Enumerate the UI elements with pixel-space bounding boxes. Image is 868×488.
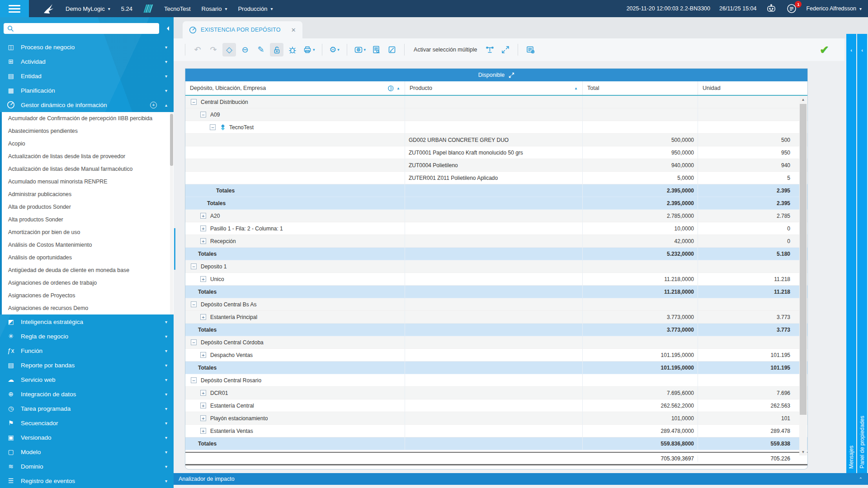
table-row[interactable]: +Estantería Principal3.773,00003.773 [185,311,807,324]
sidebar-item-secuenciador[interactable]: ⚑Secuenciador▾ [0,416,174,430]
expand-toggle-icon[interactable]: + [200,403,206,408]
sidebar-item-inteligencia-estrat-gica[interactable]: ◩Inteligencia estratégica▾ [0,314,174,329]
collapse-toggle-icon[interactable]: − [191,99,197,105]
expand-toggle-icon[interactable]: + [200,390,206,396]
table-row[interactable]: ZUT0004 Polietileno940,0000940 [185,159,807,172]
expand-toggle-icon[interactable]: + [200,238,206,244]
report-list-item[interactable]: Acopio [2,137,174,150]
expand-toggle-icon[interactable]: + [200,225,206,231]
table-row[interactable]: +Recepción42,00000 [185,235,807,248]
tree-collapse-button[interactable] [483,43,496,56]
totals-row[interactable]: Totales11.218,000011.218 [185,286,807,298]
report-list-item[interactable]: Amortización por bien de uso [2,226,174,239]
report-list-item[interactable]: Análisis de Costos Mantenimiento [2,239,174,251]
report-list-item[interactable]: Actualización de listas desde Manual far… [2,163,174,175]
sidebar-item-servicio-web[interactable]: ☁Servicio web▾ [0,372,174,387]
table-row[interactable]: −Central Distribución [185,96,807,108]
table-row[interactable]: +Despacho Ventas101.195,0000101.195 [185,349,807,361]
settings-button[interactable]: ⚙▾ [328,43,341,56]
pin-panel-icon[interactable] [163,25,170,32]
panel-tab-mensajes[interactable]: ‹ Mensajes [846,34,856,473]
distinct-values-icon[interactable] [387,85,394,92]
report-list-item[interactable]: Acumulador de Confirmación de percepción… [2,112,174,125]
report-list-item[interactable]: Alta productos Sonder [2,213,174,226]
environment-selector[interactable]: Producción▾ [238,5,273,12]
collapse-toggle-icon[interactable]: − [210,124,216,130]
sidebar-item-proceso-de-negocio[interactable]: ◫Proceso de negocio▾ [0,40,174,54]
expand-toggle-icon[interactable]: + [200,428,206,434]
totals-row[interactable]: Totales3.773,00003.773 [185,324,807,336]
expand-toggle-icon[interactable]: + [200,352,206,358]
tab-existencia-por-deposito[interactable]: EXISTENCIA POR DEPÓSITO ✕ [183,21,302,38]
report-list-item[interactable]: Análisis de oportunidades [2,251,174,264]
panel-tab-propiedades[interactable]: ‹ Panel de propiedades [857,34,867,473]
sidebar-scrollbar[interactable] [170,112,173,314]
hamburger-menu-button[interactable] [0,0,29,17]
collapse-band-icon[interactable] [509,72,514,78]
table-row[interactable]: −Depósito Central Bs As [185,298,807,311]
totals-row[interactable]: Totales101.195,0000101.195 [185,361,807,374]
report-list-item[interactable]: Alta de productos Sonder [2,201,174,213]
table-row[interactable]: +A202.785,00002.785 [185,210,807,222]
sidebar-resize-handle[interactable] [174,228,175,270]
report-list-item[interactable]: Asignaciones de Proyectos [2,289,174,302]
table-row[interactable]: −Depósito Central Córdoba [185,336,807,349]
user-menu[interactable]: Federico Alfredsson▾ [806,5,862,12]
sidebar-item-gestor-din-mico-de-informaci-n[interactable]: Gestor dinámico de información+▴ [0,98,174,112]
totals-row[interactable]: Totales2.395,00002.395 [185,184,807,197]
table-row[interactable]: ZUT0001 Papel blanco Kraft monolucido 50… [185,146,807,159]
report-view-button[interactable] [369,43,383,56]
assistant-bot-button[interactable] [765,3,777,14]
eraser-button[interactable]: ◇ [222,43,236,56]
confirm-check-icon[interactable]: ✔ [820,43,829,56]
table-row[interactable]: GD002 URBAN CONCRETE GREY DUO500,0000500 [185,134,807,146]
table-row[interactable]: +DCR017.695,60007.696 [185,387,807,399]
table-row[interactable]: +Pasillo 1 - Fila: 2 - Columna: 110,0000… [185,222,807,235]
column-header-producto[interactable]: Producto ▲ [405,81,583,95]
scrollbar-thumb[interactable] [800,104,807,415]
sidebar-item-reporte-por-bandas[interactable]: ▤Reporte por bandas▾ [0,358,174,372]
sidebar-item-funci-n[interactable]: ƒxFunción▾ [0,343,174,358]
report-list-item[interactable]: Administrar publicaciones [2,188,174,201]
table-row[interactable]: −Depósito Central Rosario [185,374,807,387]
sidebar-item-modelo[interactable]: ▢Modelo▾ [0,445,174,459]
table-row[interactable]: +Estantería Ventas289.478,0000289.478 [185,425,807,437]
report-list-item[interactable]: Antigüedad de deuda de cliente en moneda… [2,264,174,277]
messages-notification-button[interactable]: 1 [786,3,797,14]
view-button[interactable]: ▾ [353,43,368,56]
scroll-up-icon[interactable]: ▲ [799,96,807,103]
table-row[interactable]: +Playón estacionamiento101,0000101 [185,412,807,425]
edit-cell-button[interactable] [385,43,399,56]
collapse-toggle-icon[interactable]: − [191,301,197,307]
expand-toggle-icon[interactable]: + [200,314,206,320]
table-row[interactable]: −A09 [185,108,807,121]
sidebar-item-planificaci-n[interactable]: ▦Planificación▾ [0,83,174,98]
column-header-total[interactable]: Total [583,81,698,95]
collapse-toggle-icon[interactable]: − [200,112,206,117]
collapse-toggle-icon[interactable]: − [191,263,197,269]
sidebar-item-actividad[interactable]: ⊞Actividad▾ [0,54,174,69]
collapse-toggle-icon[interactable]: − [191,377,197,383]
report-list-item[interactable]: Abastecimientos pendientes [2,125,174,137]
sidebar-item-regla-de-negocio[interactable]: ✳Regla de negocio▾ [0,329,174,343]
column-header-deposito[interactable]: Depósito, Ubicación, Empresa ▲ [185,81,405,95]
undo-button[interactable]: ↶ [191,43,204,56]
totals-row[interactable]: Totales2.395,00002.395 [185,197,807,210]
collapse-toggle-icon[interactable]: − [191,339,197,345]
redo-button[interactable]: ↷ [207,43,220,56]
table-row[interactable]: ZUTER001 Z011 Polietileno Aplicado5,0000… [185,172,807,184]
table-row[interactable]: +Estantería Central262.562,2000262.563 [185,399,807,412]
report-list-item[interactable]: Actualización de listas desde lista de p… [2,150,174,163]
totals-row[interactable]: Totales559.836,8000559.838 [185,437,807,450]
sidebar-item-tarea-programada[interactable]: ◷Tarea programada▾ [0,401,174,416]
column-header-unidad[interactable]: Unidad [698,81,807,95]
company-selector[interactable]: Demo MyLogic▾ [66,5,110,12]
totals-row[interactable]: Totales5.232,00005.180 [185,248,807,260]
lock-button[interactable] [270,43,283,56]
impact-analyzer-bar[interactable]: Analizador de impacto ⌃ [174,473,868,485]
search-input[interactable] [16,25,156,32]
scroll-down-icon[interactable]: ▼ [799,448,807,455]
sidebar-search[interactable] [4,23,159,34]
table-row[interactable]: −Deposito 1 [185,260,807,273]
table-row[interactable]: +Unico11.218,000011.218 [185,273,807,286]
